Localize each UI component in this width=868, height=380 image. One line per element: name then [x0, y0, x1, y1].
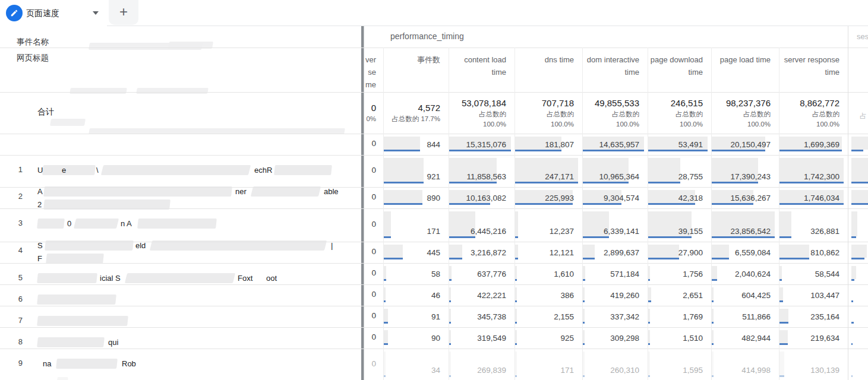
metric-cell-page_download_time[interactable]: 1,756: [648, 263, 711, 284]
metric-cell-page_download_time[interactable]: 28,755: [648, 155, 711, 187]
metric-cell-server_response_time[interactable]: 1,699,369: [779, 134, 848, 155]
metric-cell-content_load_time[interactable]: 269,839: [449, 349, 515, 380]
metric-cell-event_count[interactable]: 91: [383, 306, 449, 327]
metric-cell-dns_time[interactable]: 225,993: [515, 187, 582, 208]
metric-cell-content_load_time[interactable]: 319,549: [449, 327, 515, 349]
metric-cell-content_load_time[interactable]: 15,315,076: [449, 134, 515, 155]
metric-cell-dom_interactive_time[interactable]: 14,635,957: [582, 134, 648, 155]
metric-cell-server_response_time[interactable]: 58,544: [779, 263, 848, 284]
cell-value: 345,738: [477, 312, 506, 321]
metric-cell-dom_interactive_time[interactable]: 260,310: [582, 349, 648, 380]
metric-cell-server_response_time[interactable]: 103,447: [779, 284, 848, 306]
row-label-fragment: ner: [235, 186, 247, 197]
cell-value: 12,121: [550, 248, 574, 257]
metric-cell-page_load_time[interactable]: 23,856,542: [711, 208, 779, 242]
metric-cell-dom_interactive_time[interactable]: 337,342: [582, 306, 648, 327]
metric-cell-dns_time[interactable]: 247,171: [515, 155, 582, 187]
metric-cell-page_load_time[interactable]: 15,636,267: [711, 187, 779, 208]
table-row-label[interactable]: 10R600 C120KG Payloaote Control All Terr…: [0, 375, 361, 380]
metric-cell-dns_time[interactable]: 171: [515, 349, 582, 380]
metric-cell-content_load_time[interactable]: 3,216,872: [449, 242, 515, 263]
add-tab-button[interactable]: +: [109, 0, 138, 25]
metric-cell-page_load_time[interactable]: 511,866: [711, 306, 779, 327]
metric-cell-page_load_time[interactable]: 604,425: [711, 284, 779, 306]
metric-cell-content_load_time[interactable]: 10,163,082: [449, 187, 515, 208]
metric-cell-server_response_time[interactable]: 219,634: [779, 327, 848, 349]
metric-cell-page_download_time[interactable]: 2,651: [648, 284, 711, 306]
metric-cell-content_load_time[interactable]: 6,445,216: [449, 208, 515, 242]
metric-cell-dns_time[interactable]: 925: [515, 327, 582, 349]
column-header-dom_interactive_time[interactable]: dom interactive time: [582, 48, 639, 92]
metric-cell-page_load_time[interactable]: 2,040,624: [711, 263, 779, 284]
metric-cell-page_load_time[interactable]: 414,998: [711, 349, 779, 380]
metric-cell-event_count[interactable]: 890: [383, 187, 449, 208]
row-label-fragment: \: [96, 165, 99, 176]
dimension-page-title[interactable]: 网页标题: [17, 53, 49, 64]
metric-cell-dns_time[interactable]: 12,237: [515, 208, 582, 242]
cell-value: 2,899,637: [604, 248, 639, 257]
metric-cell-event_count[interactable]: 34: [383, 349, 449, 380]
table-row-label[interactable]: 5icial SFoxtoot: [0, 268, 361, 289]
table-row-label[interactable]: 1Ue\echR: [0, 160, 361, 181]
table-row-label[interactable]: 8qui: [0, 332, 361, 353]
metric-cell-page_load_time[interactable]: 482,944: [711, 327, 779, 349]
metric-cell-page_download_time[interactable]: 1,595: [648, 349, 711, 380]
metric-cell-page_download_time[interactable]: 42,318: [648, 187, 711, 208]
metric-cell-page_download_time[interactable]: 1,769: [648, 306, 711, 327]
metric-cell-server_response_time[interactable]: 326,881: [779, 208, 848, 242]
metric-cell-dom_interactive_time[interactable]: 2,899,637: [582, 242, 648, 263]
column-header-page_load_time[interactable]: page load time: [711, 48, 771, 92]
metric-cell-dns_time[interactable]: 12,121: [515, 242, 582, 263]
metric-cell-content_load_time[interactable]: 422,221: [449, 284, 515, 306]
metric-cell-dom_interactive_time[interactable]: 419,260: [582, 284, 648, 306]
chevron-down-icon[interactable]: [93, 11, 99, 15]
metric-cell-event_count[interactable]: 90: [383, 327, 449, 349]
metric-cell-event_count[interactable]: 46: [383, 284, 449, 306]
metric-cell-page_load_time[interactable]: 17,390,243: [711, 155, 779, 187]
metric-cell-content_load_time[interactable]: 11,858,563: [449, 155, 515, 187]
partial-column-value: 0: [364, 192, 376, 201]
metric-cell-server_response_time[interactable]: 1,742,300: [779, 155, 848, 187]
metric-cell-content_load_time[interactable]: 637,776: [449, 263, 515, 284]
metric-cell-event_count[interactable]: 58: [383, 263, 449, 284]
metric-cell-page_download_time[interactable]: 53,491: [648, 134, 711, 155]
metric-cell-page_load_time[interactable]: 6,559,084: [711, 242, 779, 263]
metric-cell-server_response_time[interactable]: 1,746,034: [779, 187, 848, 208]
table-row-label[interactable]: 30n A: [0, 213, 361, 235]
metric-cell-dom_interactive_time[interactable]: 9,304,574: [582, 187, 648, 208]
column-header-event_count[interactable]: 事件数: [383, 48, 440, 92]
metric-cell-dns_time[interactable]: 2,155: [515, 306, 582, 327]
metric-cell-page_download_time[interactable]: 1,510: [648, 327, 711, 349]
metric-cell-server_response_time[interactable]: 235,164: [779, 306, 848, 327]
column-header-page_download_time[interactable]: page download time: [648, 48, 703, 92]
metric-cell-server_response_time[interactable]: 810,862: [779, 242, 848, 263]
row-divider: [0, 187, 868, 188]
report-tab[interactable]: 页面速度: [0, 0, 107, 26]
metric-cell-dom_interactive_time[interactable]: 571,184: [582, 263, 648, 284]
metric-cell-event_count[interactable]: 445: [383, 242, 449, 263]
table-row-label[interactable]: 6: [0, 289, 361, 311]
metric-cell-content_load_time[interactable]: 345,738: [449, 306, 515, 327]
dimension-event-name[interactable]: 事件名称: [17, 37, 49, 48]
metric-cell-event_count[interactable]: 844: [383, 134, 449, 155]
metric-cell-dns_time[interactable]: 181,807: [515, 134, 582, 155]
metric-cell-dom_interactive_time[interactable]: 6,339,141: [582, 208, 648, 242]
metric-cell-dns_time[interactable]: 386: [515, 284, 582, 306]
metric-cell-server_response_time[interactable]: 130,139: [779, 349, 848, 380]
column-header-content_load_time[interactable]: content load time: [449, 48, 506, 92]
redaction-patch: [37, 294, 116, 305]
metric-cell-page_download_time[interactable]: 39,155: [648, 208, 711, 242]
metric-cell-dns_time[interactable]: 1,610: [515, 263, 582, 284]
column-header-dns_time[interactable]: dns time: [515, 48, 574, 92]
metric-cell-event_count[interactable]: 921: [383, 155, 449, 187]
table-row-label[interactable]: 7: [0, 311, 361, 332]
table-row-label[interactable]: 9naRob: [0, 353, 361, 375]
column-header-server_response_time[interactable]: server response time: [779, 48, 839, 92]
metric-cell-event_count[interactable]: 171: [383, 208, 449, 242]
metric-cell-page_download_time[interactable]: 27,900: [648, 242, 711, 263]
row-divider: [0, 327, 868, 328]
cell-bar: [384, 330, 388, 345]
metric-cell-dom_interactive_time[interactable]: 309,298: [582, 327, 648, 349]
metric-cell-dom_interactive_time[interactable]: 10,965,364: [582, 155, 648, 187]
metric-cell-page_load_time[interactable]: 20,150,497: [711, 134, 779, 155]
